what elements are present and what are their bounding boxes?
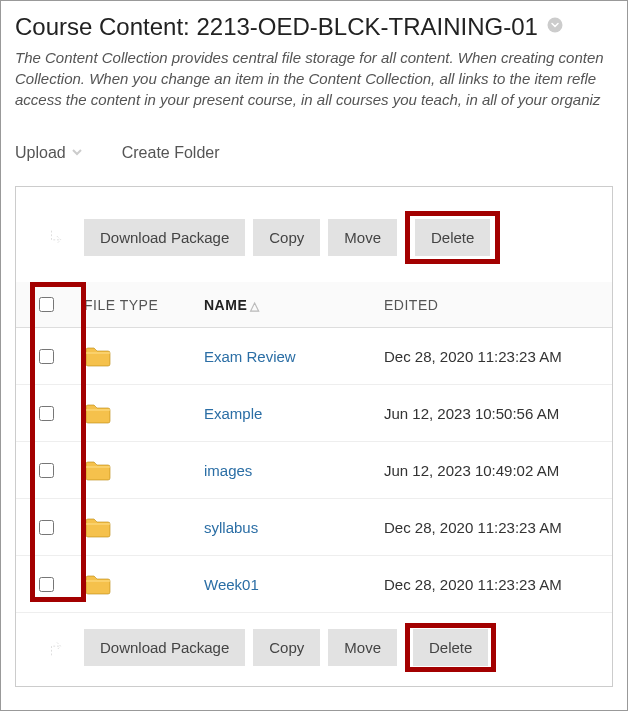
select-all-header: [16, 282, 76, 328]
row-name-cell: Week01: [196, 556, 376, 613]
file-link[interactable]: images: [204, 462, 252, 479]
file-table: FILE TYPE NAME△ EDITED Exam ReviewDec 28…: [16, 282, 612, 613]
row-filetype: [76, 499, 196, 556]
copy-button[interactable]: Copy: [253, 219, 320, 256]
top-toolbar: Upload Create Folder: [15, 138, 613, 176]
select-all-checkbox[interactable]: [39, 297, 54, 312]
table-row: Week01Dec 28, 2020 11:23:23 AM: [16, 556, 612, 613]
row-filetype: [76, 556, 196, 613]
row-name-cell: syllabus: [196, 499, 376, 556]
selection-arrow-icon: [26, 637, 76, 659]
page-title: Course Content: 2213-OED-BLCK-TRAINING-0…: [15, 13, 538, 41]
row-checkbox[interactable]: [39, 406, 54, 421]
column-name[interactable]: NAME△: [196, 282, 376, 328]
chevron-down-icon: [72, 146, 82, 160]
row-checkbox-cell: [16, 556, 76, 613]
sort-asc-icon: △: [250, 299, 260, 313]
row-checkbox[interactable]: [39, 577, 54, 592]
row-checkbox[interactable]: [39, 463, 54, 478]
download-package-button[interactable]: Download Package: [84, 219, 245, 256]
row-checkbox-cell: [16, 499, 76, 556]
table-row: imagesJun 12, 2023 10:49:02 AM: [16, 442, 612, 499]
svg-point-0: [547, 18, 562, 33]
folder-icon: [84, 572, 188, 596]
folder-icon: [84, 515, 188, 539]
title-prefix: Course Content:: [15, 13, 196, 40]
row-edited: Jun 12, 2023 10:49:02 AM: [376, 442, 612, 499]
row-name-cell: Example: [196, 385, 376, 442]
file-link[interactable]: Example: [204, 405, 262, 422]
row-checkbox[interactable]: [39, 349, 54, 364]
move-button[interactable]: Move: [328, 629, 397, 666]
selection-arrow-icon: [26, 227, 76, 249]
row-checkbox[interactable]: [39, 520, 54, 535]
file-link[interactable]: Week01: [204, 576, 259, 593]
row-name-cell: Exam Review: [196, 328, 376, 385]
move-button[interactable]: Move: [328, 219, 397, 256]
folder-icon: [84, 401, 188, 425]
row-checkbox-cell: [16, 442, 76, 499]
row-checkbox-cell: [16, 328, 76, 385]
table-row: syllabusDec 28, 2020 11:23:23 AM: [16, 499, 612, 556]
page-title-row: Course Content: 2213-OED-BLCK-TRAINING-0…: [15, 13, 613, 41]
delete-button[interactable]: Delete: [413, 629, 488, 666]
title-course-id: 2213-OED-BLCK-TRAINING-01: [196, 13, 537, 40]
chevron-down-icon[interactable]: [546, 16, 564, 38]
page-description: The Content Collection provides central …: [15, 47, 613, 110]
actions-row-bottom: Download Package Copy Move Delete: [16, 613, 612, 686]
content-panel: Download Package Copy Move Delete FILE T…: [15, 186, 613, 687]
upload-label: Upload: [15, 144, 66, 162]
row-edited: Dec 28, 2020 11:23:23 AM: [376, 556, 612, 613]
row-filetype: [76, 442, 196, 499]
actions-row-top: Download Package Copy Move Delete: [16, 187, 612, 282]
row-filetype: [76, 385, 196, 442]
folder-icon: [84, 344, 188, 368]
column-name-label: NAME: [204, 297, 247, 313]
row-filetype: [76, 328, 196, 385]
highlight-delete-bottom: Delete: [405, 623, 496, 672]
column-edited[interactable]: EDITED: [376, 282, 612, 328]
download-package-button[interactable]: Download Package: [84, 629, 245, 666]
upload-button[interactable]: Upload: [15, 144, 82, 162]
highlight-delete-top: Delete: [405, 211, 500, 264]
file-link[interactable]: Exam Review: [204, 348, 296, 365]
create-folder-label: Create Folder: [122, 144, 220, 162]
row-edited: Dec 28, 2020 11:23:23 AM: [376, 499, 612, 556]
row-edited: Jun 12, 2023 10:50:56 AM: [376, 385, 612, 442]
column-filetype[interactable]: FILE TYPE: [76, 282, 196, 328]
row-name-cell: images: [196, 442, 376, 499]
create-folder-button[interactable]: Create Folder: [122, 144, 220, 162]
file-link[interactable]: syllabus: [204, 519, 258, 536]
table-header-row: FILE TYPE NAME△ EDITED: [16, 282, 612, 328]
folder-icon: [84, 458, 188, 482]
copy-button[interactable]: Copy: [253, 629, 320, 666]
row-checkbox-cell: [16, 385, 76, 442]
table-row: Exam ReviewDec 28, 2020 11:23:23 AM: [16, 328, 612, 385]
delete-button[interactable]: Delete: [415, 219, 490, 256]
table-row: ExampleJun 12, 2023 10:50:56 AM: [16, 385, 612, 442]
row-edited: Dec 28, 2020 11:23:23 AM: [376, 328, 612, 385]
